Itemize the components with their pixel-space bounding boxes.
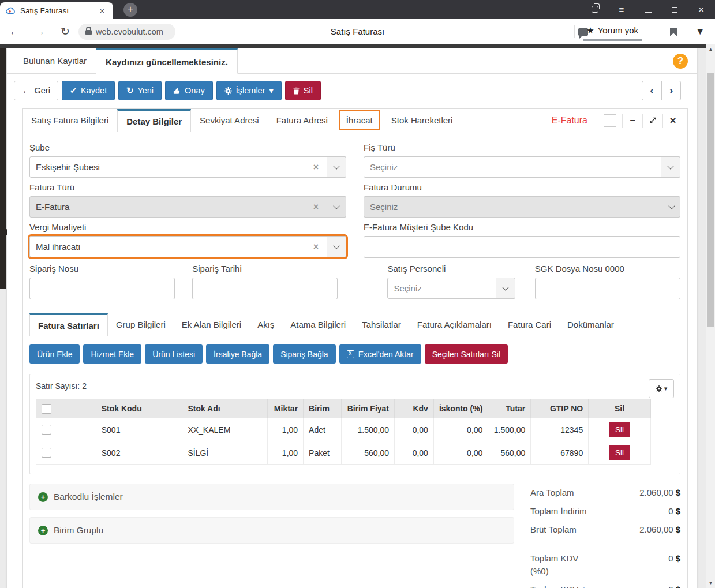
scrollbar-thumb[interactable] xyxy=(707,73,714,327)
collapse-icon[interactable]: − xyxy=(623,115,642,126)
siparis-tarihi-input[interactable] xyxy=(192,278,338,299)
tab-fatura-aciklamalari[interactable]: Fatura Açıklamaları xyxy=(409,313,500,336)
col-iskonto[interactable]: İskonto (%) xyxy=(433,399,488,418)
tab-fatura-satirlari[interactable]: Fatura Satırları xyxy=(29,313,108,336)
tab-actions-icon[interactable] xyxy=(589,5,601,14)
rating-button[interactable]: ★ Yorum yok xyxy=(583,23,642,41)
row-delete-button[interactable]: Sil xyxy=(609,445,630,460)
vergi-muafiyeti-dropdown-button[interactable] xyxy=(327,236,346,257)
download-icon[interactable]: ▼ xyxy=(694,27,706,38)
efatura-sube-kodu-input[interactable] xyxy=(364,236,680,258)
new-tab-button[interactable]: + xyxy=(123,3,137,17)
irsaliye-bagla-button[interactable]: İrsaliye Bağla xyxy=(206,344,269,364)
row-checkbox[interactable] xyxy=(42,448,51,458)
collapsed-sidebar[interactable] xyxy=(0,48,6,289)
excel-aktar-button[interactable]: Excel'den Aktar xyxy=(339,344,421,364)
secilen-satirlari-sil-button[interactable]: Seçilen Satırları Sil xyxy=(425,344,508,364)
window-close-icon[interactable]: × xyxy=(695,3,707,16)
fatura-durumu-select: Seçiniz xyxy=(364,196,680,218)
select-all-checkbox[interactable] xyxy=(42,404,51,414)
barkodlu-islemler-accordion[interactable]: + Barkodlu İşlemler xyxy=(29,484,514,510)
help-icon[interactable]: ? xyxy=(673,54,688,69)
urun-ekle-button[interactable]: Ürün Ekle xyxy=(29,344,80,364)
col-birim[interactable]: Birim xyxy=(304,399,342,418)
tab-grup-bilgileri[interactable]: Grup Bilgileri xyxy=(108,313,174,336)
tab-fatura-cari[interactable]: Fatura Cari xyxy=(500,313,559,336)
fatura-durumu-label: Fatura Durumu xyxy=(364,182,680,192)
tab-dokumanlar[interactable]: Dokümanlar xyxy=(559,313,622,336)
expand-icon[interactable] xyxy=(643,117,662,124)
panel-close-icon[interactable]: × xyxy=(663,114,683,127)
minimize-icon[interactable] xyxy=(642,5,654,14)
prev-record-button[interactable]: ‹ xyxy=(642,81,661,100)
content-card: Bulunan Kayıtlar Kaydınızı güncellemekte… xyxy=(7,48,697,588)
add-kdv-icon[interactable]: + xyxy=(581,585,586,588)
refresh-icon[interactable]: ↻ xyxy=(57,25,74,38)
new-button[interactable]: ↻ Yeni xyxy=(118,81,162,100)
back-button[interactable]: ← Geri xyxy=(14,81,58,100)
tab-akis[interactable]: Akış xyxy=(249,313,282,336)
urun-listesi-button[interactable]: Ürün Listesi xyxy=(145,344,203,364)
excel-icon xyxy=(347,350,354,358)
row-delete-button[interactable]: Sil xyxy=(609,422,630,437)
actions-button[interactable]: İşlemler ▾ xyxy=(216,81,282,100)
clear-icon[interactable]: × xyxy=(311,242,321,252)
scroll-down-icon[interactable]: ▼ xyxy=(706,580,715,586)
back-icon[interactable]: ← xyxy=(6,25,23,38)
tab-stok-hareketleri[interactable]: Stok Hareketleri xyxy=(383,109,462,132)
col-birim-fiyat[interactable]: Birim Fiyat xyxy=(342,399,395,418)
sube-dropdown-button[interactable] xyxy=(327,156,346,178)
col-stok-kodu[interactable]: Stok Kodu xyxy=(96,399,182,418)
tab-ihracat[interactable]: İhracat xyxy=(339,110,380,130)
satis-personeli-dropdown-button[interactable] xyxy=(496,278,515,299)
tab-ek-alan-bilgileri[interactable]: Ek Alan Bilgileri xyxy=(174,313,249,336)
approve-button[interactable]: Onay xyxy=(165,81,213,100)
col-stok-adi[interactable]: Stok Adı xyxy=(182,399,268,418)
col-gtip[interactable]: GTIP NO xyxy=(531,399,589,418)
fis-turu-select[interactable]: Seçiniz xyxy=(364,156,680,178)
siparis-nosu-input[interactable] xyxy=(29,278,175,299)
sube-select[interactable]: Eskişehir Şubesi × xyxy=(29,156,346,178)
page-scrollbar[interactable]: ▲ ▼ xyxy=(706,44,715,588)
cell-miktar: 1,00 xyxy=(268,441,304,465)
scroll-up-icon[interactable]: ▲ xyxy=(706,47,715,52)
col-miktar[interactable]: Miktar xyxy=(268,399,304,418)
tab-sevkiyat-adresi[interactable]: Sevkiyat Adresi xyxy=(191,109,268,132)
row-checkbox[interactable] xyxy=(42,425,51,435)
tab-updating-record[interactable]: Kaydınızı güncellemektesiniz. xyxy=(96,48,238,74)
maximize-icon[interactable] xyxy=(669,5,680,14)
address-bar[interactable]: web.evobulut.com xyxy=(78,24,175,40)
save-button[interactable]: ✔ Kaydet xyxy=(62,81,115,100)
empty-header xyxy=(57,399,96,418)
clear-icon[interactable]: × xyxy=(311,162,321,173)
thumbs-up-icon xyxy=(173,87,181,95)
fatura-turu-select: E-Fatura × xyxy=(29,196,346,218)
grid-header-row: Stok Kodu Stok Adı Miktar Birim Birim Fi… xyxy=(36,399,651,418)
record-tab-bar: Bulunan Kayıtlar Kaydınızı güncellemekte… xyxy=(7,48,697,74)
browser-tab[interactable]: Satış Faturası × xyxy=(0,2,113,19)
panel-checkbox[interactable] xyxy=(604,114,616,127)
menu-icon[interactable]: ≡ xyxy=(616,5,627,14)
sgk-dosya-input[interactable] xyxy=(535,278,680,299)
bookmark-icon[interactable] xyxy=(670,28,677,36)
tab-found-records[interactable]: Bulunan Kayıtlar xyxy=(14,48,96,73)
grid-settings-button[interactable]: ▾ xyxy=(649,379,674,398)
birim-gruplu-accordion[interactable]: + Birim Gruplu xyxy=(29,517,514,544)
tab-detay-bilgiler[interactable]: Detay Bilgiler xyxy=(117,109,191,132)
satis-personeli-select[interactable]: Seçiniz xyxy=(387,278,515,299)
col-kdv[interactable]: Kdv xyxy=(395,399,434,418)
tab-close-icon[interactable]: × xyxy=(97,6,107,16)
delete-button[interactable]: Sil xyxy=(285,81,321,100)
tab-satis-fatura-bilgileri[interactable]: Satış Fatura Bilgileri xyxy=(23,109,117,132)
tab-atama-bilgileri[interactable]: Atama Bilgileri xyxy=(282,313,354,336)
chevron-down-icon xyxy=(668,203,675,209)
vergi-muafiyeti-select[interactable]: Mal ihracatı × xyxy=(29,236,346,257)
tab-tahsilatlar[interactable]: Tahsilatlar xyxy=(354,313,409,336)
col-tutar[interactable]: Tutar xyxy=(488,399,531,418)
forward-icon[interactable]: → xyxy=(31,25,48,38)
next-record-button[interactable]: › xyxy=(661,81,681,100)
hizmet-ekle-button[interactable]: Hizmet Ekle xyxy=(83,344,141,364)
fis-turu-dropdown-button[interactable] xyxy=(661,156,680,178)
tab-fatura-adresi[interactable]: Fatura Adresi xyxy=(268,109,336,132)
siparis-bagla-button[interactable]: Sipariş Bağla xyxy=(273,344,336,364)
